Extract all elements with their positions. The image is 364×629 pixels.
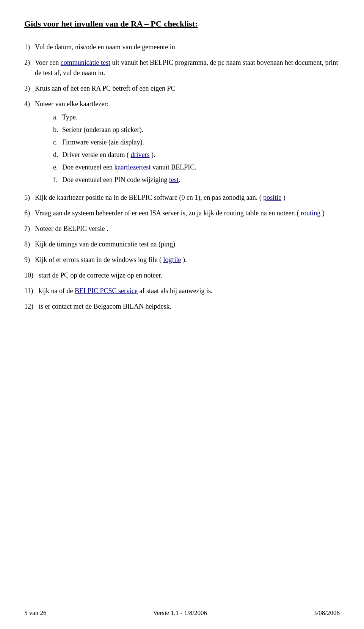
list-item: 6) Vraag aan de systeem beheerder of er … xyxy=(24,208,340,218)
footer-page-info: 5 van 26 xyxy=(24,609,47,617)
list-number: 5) xyxy=(24,193,35,203)
list-item-text: Kruis aan of het een RA PC betreft of ee… xyxy=(35,83,340,94)
list-letter: c. xyxy=(53,137,62,147)
list-item: d. Driver versie en datum ( drivers ). xyxy=(53,150,340,160)
footer-date: 3/08/2006 xyxy=(314,609,340,617)
list-letter: d. xyxy=(53,150,62,160)
list-item: 4) Noteer van elke kaartlezer: a. Type. … xyxy=(24,99,340,187)
list-letter: e. xyxy=(53,162,62,173)
list-item-text: Kijk de timings van de communicatie test… xyxy=(35,239,340,249)
list-item: 10) start de PC op de correcte wijze op … xyxy=(24,270,340,281)
drivers-link[interactable]: drivers xyxy=(130,151,149,158)
list-item: 8) Kijk de timings van de communicatie t… xyxy=(24,239,340,249)
list-item-text: is er contact met de Belgacom BILAN help… xyxy=(39,301,340,312)
list-letter: a. xyxy=(53,112,62,122)
belpic-pcsc-service-link[interactable]: BELPIC PCSC service xyxy=(75,287,138,295)
list-number: 8) xyxy=(24,239,35,249)
list-item-text: kijk na of de BELPIC PCSC service af sta… xyxy=(39,286,340,296)
sub-item-text: Type. xyxy=(62,112,340,122)
test-link[interactable]: test xyxy=(169,176,179,184)
list-number: 12) xyxy=(24,301,39,312)
sub-item-text: Doe eventueel een kaartlezertest vanuit … xyxy=(62,162,340,173)
list-number: 7) xyxy=(24,224,35,234)
main-list: 1) Vul de datum, niscode en naam van de … xyxy=(24,42,340,312)
list-item: 3) Kruis aan of het een RA PC betreft of… xyxy=(24,83,340,94)
page-content: Gids voor het invullen van de RA – PC ch… xyxy=(0,0,364,347)
communicatie-test-link[interactable]: communicatie test xyxy=(61,59,110,66)
positie-link[interactable]: positie xyxy=(263,194,281,201)
sub-item-text: Serienr (onderaan op sticker). xyxy=(62,125,340,135)
list-item-text: Vraag aan de systeem beheerder of er een… xyxy=(35,208,340,218)
sub-list: a. Type. b. Serienr (onderaan op sticker… xyxy=(53,112,340,185)
list-item-text: Kijk de kaarltezer positie na in de BELP… xyxy=(35,193,340,203)
list-number: 6) xyxy=(24,208,35,218)
list-number: 10) xyxy=(24,270,39,281)
list-number: 3) xyxy=(24,83,35,94)
list-item: f. Doe eventueel een PIN code wijziging … xyxy=(53,175,340,185)
logfile-link[interactable]: logfile xyxy=(163,256,181,264)
list-item: 11) kijk na of de BELPIC PCSC service af… xyxy=(24,286,340,296)
kaartlezertest-link[interactable]: kaartlezertest xyxy=(114,163,151,171)
list-item-text: Noteer van elke kaartlezer: a. Type. b. … xyxy=(35,99,340,187)
page-footer: 5 van 26 Versie 1.1 - 1/8/2006 3/08/2006 xyxy=(0,606,364,617)
sub-item-text: Doe eventueel een PIN code wijziging tes… xyxy=(62,175,340,185)
list-number: 2) xyxy=(24,58,35,68)
list-item-text: start de PC op de correcte wijze op en n… xyxy=(39,270,340,281)
list-number: 11) xyxy=(24,286,39,296)
list-item: 7) Noteer de BELPIC versie . xyxy=(24,224,340,234)
list-item: 2) Voer een communicatie test uit vanuit… xyxy=(24,58,340,78)
list-item: 1) Vul de datum, niscode en naam van de … xyxy=(24,42,340,52)
list-item: a. Type. xyxy=(53,112,340,122)
list-number: 1) xyxy=(24,42,35,52)
list-item: 12) is er contact met de Belgacom BILAN … xyxy=(24,301,340,312)
list-letter: f. xyxy=(53,175,62,185)
footer-version: Versie 1.1 - 1/8/2006 xyxy=(153,609,207,617)
list-letter: b. xyxy=(53,125,62,135)
list-item-text: Voer een communicatie test uit vanuit he… xyxy=(35,58,340,78)
list-item: c. Firmware versie (zie display). xyxy=(53,137,340,147)
sub-item-text: Driver versie en datum ( drivers ). xyxy=(62,150,340,160)
list-number: 9) xyxy=(24,255,35,265)
list-item: b. Serienr (onderaan op sticker). xyxy=(53,125,340,135)
page-title: Gids voor het invullen van de RA – PC ch… xyxy=(24,18,340,30)
list-number: 4) xyxy=(24,99,35,109)
list-item: 5) Kijk de kaarltezer positie na in de B… xyxy=(24,193,340,203)
routing-link[interactable]: routing xyxy=(301,209,320,217)
list-item-text: Vul de datum, niscode en naam van de gem… xyxy=(35,42,340,52)
list-item: 9) Kijk of er errors staan in de windows… xyxy=(24,255,340,265)
list-item-text: Noteer de BELPIC versie . xyxy=(35,224,340,234)
sub-item-text: Firmware versie (zie display). xyxy=(62,137,340,147)
list-item: e. Doe eventueel een kaartlezertest vanu… xyxy=(53,162,340,173)
list-item-text: Kijk of er errors staan in de windows lo… xyxy=(35,255,340,265)
